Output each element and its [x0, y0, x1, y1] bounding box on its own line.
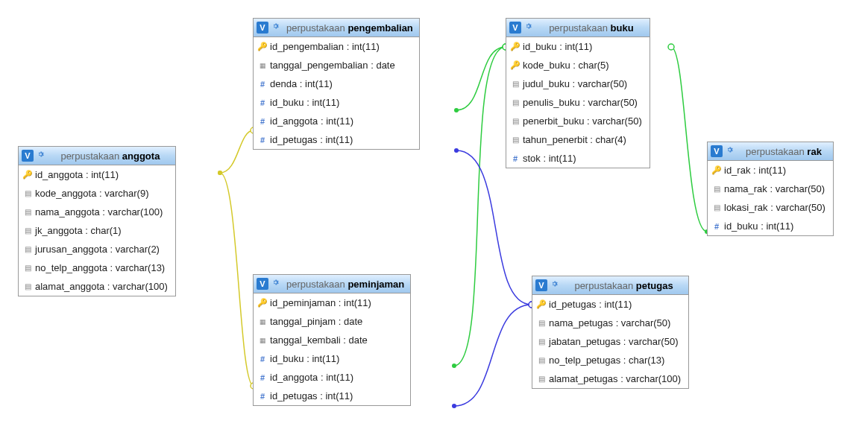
- hash-icon: #: [258, 80, 267, 89]
- field-text: tanggal_kembali : date: [270, 334, 368, 346]
- collapse-icon[interactable]: V: [509, 22, 521, 34]
- table-header[interactable]: Vperpustakaan peminjaman: [254, 275, 410, 293]
- table-title: perpustakaan petugas: [565, 280, 682, 291]
- field-text: alamat_petugas : varchar(100): [549, 373, 681, 384]
- field-text: tanggal_pengembalian : date: [270, 60, 395, 71]
- field-row[interactable]: #id_petugas : int(11): [254, 130, 419, 149]
- gear-icon[interactable]: [37, 150, 48, 162]
- field-row[interactable]: ▤nama_rak : varchar(50): [708, 180, 833, 198]
- field-row[interactable]: ▤alamat_petugas : varchar(100): [532, 369, 688, 388]
- field-row[interactable]: ▤jabatan_petugas : varchar(50): [532, 332, 688, 351]
- field-row[interactable]: #stok : int(11): [506, 149, 650, 168]
- hash-icon: #: [258, 392, 267, 401]
- field-row[interactable]: ▤tahun_penerbit : char(4): [506, 130, 650, 149]
- collapse-icon[interactable]: V: [535, 279, 547, 291]
- field-row[interactable]: 🔑id_peminjaman : int(11): [254, 293, 410, 312]
- table-buku[interactable]: Vperpustakaan buku🔑id_buku : int(11)🔑kod…: [506, 18, 650, 168]
- table-body: 🔑id_peminjaman : int(11)▦tanggal_pinjam …: [254, 293, 410, 405]
- collapse-icon[interactable]: V: [257, 278, 268, 290]
- hash-icon: #: [258, 373, 267, 382]
- table-body: 🔑id_petugas : int(11)▤nama_petugas : var…: [532, 295, 688, 388]
- hash-icon: #: [258, 355, 267, 364]
- gear-icon[interactable]: [524, 22, 536, 34]
- field-row[interactable]: ▦tanggal_pinjam : date: [254, 312, 410, 331]
- table-header[interactable]: Vperpustakaan anggota: [19, 147, 175, 165]
- field-text: id_pengembalian : int(11): [270, 41, 380, 52]
- field-row[interactable]: 🔑id_petugas : int(11): [532, 295, 688, 314]
- table-header[interactable]: Vperpustakaan pengembalian: [254, 19, 419, 37]
- collapse-icon[interactable]: V: [711, 145, 723, 157]
- table-rak[interactable]: Vperpustakaan rak🔑id_rak : int(11)▤nama_…: [707, 142, 834, 236]
- table-title: perpustakaan buku: [539, 22, 644, 34]
- text-icon: ▤: [511, 136, 520, 144]
- field-row[interactable]: #id_anggota : int(11): [254, 368, 410, 387]
- table-header[interactable]: Vperpustakaan petugas: [532, 276, 688, 295]
- table-header[interactable]: Vperpustakaan rak: [708, 142, 833, 161]
- field-row[interactable]: ▤lokasi_rak : varchar(50): [708, 198, 833, 217]
- field-row[interactable]: ▤jk_anggota : char(1): [19, 221, 175, 240]
- field-row[interactable]: ▤nama_anggota : varchar(100): [19, 203, 175, 221]
- field-row[interactable]: ▤alamat_anggota : varchar(100): [19, 277, 175, 296]
- table-body: 🔑id_rak : int(11)▤nama_rak : varchar(50)…: [708, 161, 833, 235]
- field-row[interactable]: #id_buku : int(11): [254, 93, 419, 112]
- gear-icon[interactable]: [726, 145, 738, 157]
- hash-icon: #: [258, 98, 267, 107]
- field-text: nama_rak : varchar(50): [724, 183, 825, 194]
- key-icon: 🔑: [511, 42, 520, 51]
- gear-icon[interactable]: [271, 278, 283, 290]
- svg-point-7: [452, 364, 456, 368]
- date-icon: ▦: [258, 318, 267, 326]
- field-row[interactable]: ▦tanggal_pengembalian : date: [254, 56, 419, 74]
- gear-icon[interactable]: [271, 22, 283, 34]
- field-row[interactable]: 🔑id_rak : int(11): [708, 161, 833, 180]
- field-text: jk_anggota : char(1): [35, 225, 122, 236]
- field-text: id_anggota : int(11): [270, 115, 353, 127]
- field-row[interactable]: 🔑kode_buku : char(5): [506, 56, 650, 74]
- field-row[interactable]: ▤no_telp_petugas : char(13): [532, 351, 688, 369]
- field-text: id_buku : int(11): [523, 41, 592, 52]
- field-text: id_buku : int(11): [270, 97, 339, 108]
- gear-icon[interactable]: [550, 279, 562, 291]
- table-peminjaman[interactable]: Vperpustakaan peminjaman🔑id_peminjaman :…: [253, 274, 411, 406]
- field-row[interactable]: ▤penerbit_buku : varchar(50): [506, 112, 650, 130]
- field-text: tanggal_pinjam : date: [270, 316, 362, 327]
- text-icon: ▤: [23, 226, 32, 235]
- field-row[interactable]: 🔑id_anggota : int(11): [19, 165, 175, 184]
- field-row[interactable]: 🔑id_buku : int(11): [506, 37, 650, 56]
- table-title: perpustakaan anggota: [51, 150, 169, 162]
- field-row[interactable]: #id_buku : int(11): [254, 349, 410, 368]
- field-row[interactable]: #id_petugas : int(11): [254, 387, 410, 405]
- field-row[interactable]: ▤jurusan_anggota : varchar(2): [19, 240, 175, 258]
- field-row[interactable]: #id_buku : int(11): [708, 217, 833, 235]
- field-row[interactable]: ▤nama_petugas : varchar(50): [532, 314, 688, 332]
- field-row[interactable]: #id_anggota : int(11): [254, 112, 419, 130]
- text-icon: ▤: [537, 319, 546, 327]
- hash-icon: #: [258, 117, 267, 126]
- field-text: id_petugas : int(11): [270, 390, 353, 402]
- text-icon: ▤: [537, 375, 546, 383]
- field-text: id_rak : int(11): [724, 165, 786, 176]
- text-icon: ▤: [511, 80, 520, 88]
- field-row[interactable]: ▦tanggal_kembali : date: [254, 331, 410, 349]
- field-text: id_anggota : int(11): [270, 372, 353, 383]
- svg-point-11: [454, 148, 459, 153]
- table-header[interactable]: Vperpustakaan buku: [506, 19, 650, 37]
- text-icon: ▤: [537, 356, 546, 364]
- table-pengembalian[interactable]: Vperpustakaan pengembalian🔑id_pengembali…: [253, 18, 420, 150]
- table-petugas[interactable]: Vperpustakaan petugas🔑id_petugas : int(1…: [532, 276, 689, 389]
- field-text: no_telp_petugas : char(13): [549, 355, 664, 366]
- field-row[interactable]: 🔑id_pengembalian : int(11): [254, 37, 419, 56]
- table-anggota[interactable]: Vperpustakaan anggota🔑id_anggota : int(1…: [18, 146, 176, 296]
- field-row[interactable]: ▤judul_buku : varchar(50): [506, 74, 650, 93]
- text-icon: ▤: [537, 337, 546, 346]
- field-row[interactable]: #denda : int(11): [254, 74, 419, 93]
- collapse-icon[interactable]: V: [22, 150, 34, 162]
- field-row[interactable]: ▤kode_anggota : varchar(9): [19, 184, 175, 203]
- field-row[interactable]: ▤no_telp_anggota : varchar(13): [19, 258, 175, 277]
- field-row[interactable]: ▤penulis_buku : varchar(50): [506, 93, 650, 112]
- collapse-icon[interactable]: V: [257, 22, 268, 34]
- field-text: id_anggota : int(11): [35, 169, 119, 180]
- field-text: id_buku : int(11): [724, 220, 793, 232]
- date-icon: ▦: [258, 337, 267, 344]
- svg-point-13: [452, 404, 456, 408]
